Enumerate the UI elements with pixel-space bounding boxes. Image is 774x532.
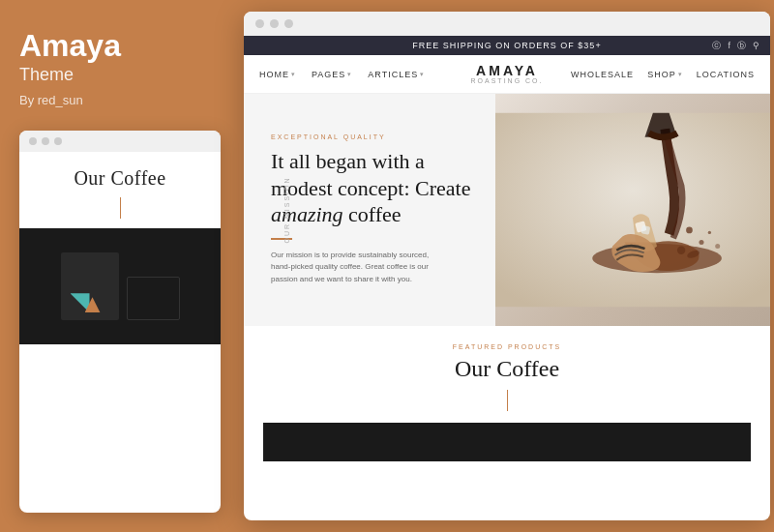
svg-rect-0: [495, 113, 770, 307]
nav-locations-label: LOCATIONS: [697, 70, 755, 79]
nav-home-chevron: ▾: [291, 71, 296, 78]
brand-name: AMAYA: [459, 64, 555, 77]
theme-label: Theme: [19, 65, 221, 85]
browser-dot-1: [255, 19, 264, 28]
instagram-icon: ⓒ: [712, 40, 722, 52]
mission-label: OUR MISSION: [283, 176, 290, 243]
nav-wholesale-label: WHOLESALE: [571, 70, 634, 79]
coffee-pour-svg: [495, 94, 770, 326]
mini-divider-line: [120, 197, 121, 219]
svg-point-4: [686, 227, 693, 234]
mini-header: Our Coffee: [19, 152, 221, 228]
featured-tag: FEATURED PRODUCTS: [263, 343, 751, 350]
svg-point-7: [708, 231, 711, 234]
nav-item-shop[interactable]: SHOP ▾: [647, 70, 683, 79]
nav-item-locations[interactable]: LOCATIONS: [697, 70, 755, 79]
featured-products-section: FEATURED PRODUCTS Our Coffee: [244, 326, 770, 461]
main-browser: FREE SHIPPING ON ORDERS OF $35+ ⓒ f ⓑ ⚲ …: [244, 12, 770, 520]
nav-item-pages[interactable]: PAGES ▾: [312, 70, 352, 79]
nav-item-wholesale[interactable]: WHOLESALE: [571, 70, 634, 79]
svg-point-9: [715, 244, 720, 249]
dark-bottom-bar: [263, 423, 751, 461]
mini-box-large: [61, 252, 119, 320]
svg-point-5: [699, 240, 703, 245]
left-panel: Amaya Theme By red_sun Our Coffee: [0, 0, 240, 532]
search-icon: ⚲: [753, 41, 760, 50]
mini-product-boxes: [51, 243, 190, 330]
mini-box-small: [127, 277, 180, 320]
featured-divider: [507, 390, 508, 411]
featured-title: Our Coffee: [263, 356, 751, 382]
mini-dot-2: [42, 137, 49, 145]
mini-dot-1: [29, 137, 37, 145]
browser-dot-3: [284, 19, 293, 28]
announcement-text: FREE SHIPPING ON ORDERS OF $35+: [412, 41, 601, 50]
nav-shop-chevron: ▾: [678, 71, 683, 78]
announcement-icons: ⓒ f ⓑ ⚲: [712, 40, 760, 52]
hero-section: OUR MISSION EXCEPTIONAL QUALITY It all b…: [244, 94, 770, 326]
mini-content: Our Coffee: [19, 152, 221, 344]
hero-coffee-image: [495, 94, 770, 326]
mini-dot-3: [54, 137, 62, 145]
hero-quality-tag: EXCEPTIONAL QUALITY: [271, 133, 476, 140]
nav-articles-chevron: ▾: [420, 71, 425, 78]
nav-item-home[interactable]: HOME ▾: [259, 70, 296, 79]
hero-left-content: OUR MISSION EXCEPTIONAL QUALITY It all b…: [244, 94, 495, 326]
mini-preview-title: Our Coffee: [33, 167, 207, 190]
hero-title-italic: amazing: [271, 202, 343, 226]
browser-chrome-bar: [244, 12, 770, 36]
nav-pages-label: PAGES: [312, 70, 345, 79]
brand-logo[interactable]: AMAYA ROASTING CO.: [459, 64, 555, 84]
hero-description: Our mission is to provide sustainably so…: [271, 250, 445, 286]
hero-title: It all began with a modest concept: Crea…: [271, 148, 476, 228]
nav-articles-label: ARTICLES: [368, 70, 418, 79]
mini-browser-preview: Our Coffee: [19, 131, 221, 513]
nav-right-items: WHOLESALE SHOP ▾ LOCATIONS: [555, 70, 755, 79]
nav-shop-label: SHOP: [647, 70, 676, 79]
nav-home-label: HOME: [259, 70, 289, 79]
browser-dot-2: [270, 19, 279, 28]
pinterest-icon: ⓑ: [737, 40, 747, 52]
mini-dark-section: [19, 228, 221, 344]
theme-name: Amaya: [19, 29, 221, 63]
main-navigation: HOME ▾ PAGES ▾ ARTICLES ▾ AMAYA ROASTING…: [244, 55, 770, 94]
hero-image-area: [495, 94, 770, 326]
nav-left-items: HOME ▾ PAGES ▾ ARTICLES ▾: [259, 70, 459, 79]
nav-item-articles[interactable]: ARTICLES ▾: [368, 70, 425, 79]
announcement-bar: FREE SHIPPING ON ORDERS OF $35+ ⓒ f ⓑ ⚲: [244, 36, 770, 55]
brand-tagline: ROASTING CO.: [459, 77, 555, 84]
theme-author: By red_sun: [19, 93, 221, 107]
svg-point-6: [677, 247, 685, 254]
svg-rect-3: [641, 225, 651, 235]
facebook-icon: f: [728, 41, 731, 50]
mini-browser-bar: [19, 131, 221, 152]
nav-pages-chevron: ▾: [347, 71, 352, 78]
